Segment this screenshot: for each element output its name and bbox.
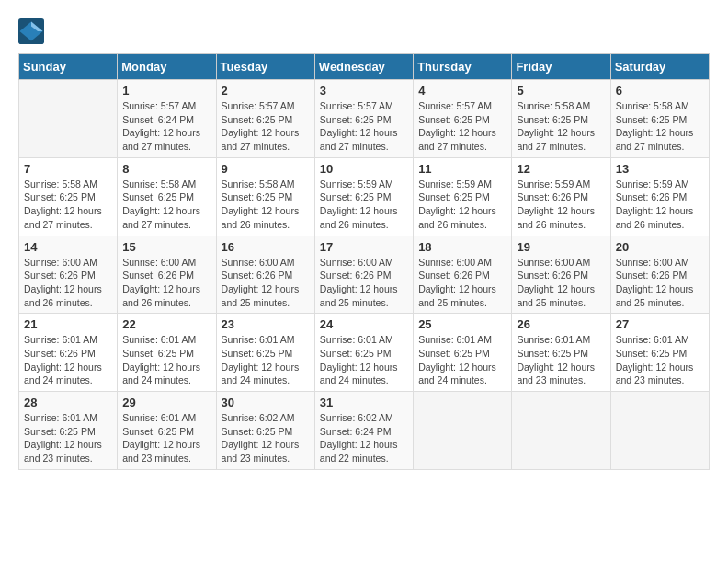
day-info: Sunrise: 6:02 AM Sunset: 6:25 PM Dayligh… [222, 411, 310, 465]
day-info: Sunrise: 5:59 AM Sunset: 6:25 PM Dayligh… [320, 178, 408, 232]
day-number: 10 [320, 162, 408, 176]
day-info: Sunrise: 6:00 AM Sunset: 6:26 PM Dayligh… [122, 256, 210, 310]
calendar-cell: 16Sunrise: 6:00 AM Sunset: 6:26 PM Dayli… [216, 236, 314, 314]
header-cell-sunday: Sunday [19, 54, 118, 80]
day-info: Sunrise: 6:01 AM Sunset: 6:25 PM Dayligh… [517, 333, 605, 387]
calendar-cell: 22Sunrise: 6:01 AM Sunset: 6:25 PM Dayli… [118, 314, 216, 392]
day-number: 30 [222, 396, 310, 409]
calendar-cell: 27Sunrise: 6:01 AM Sunset: 6:25 PM Dayli… [610, 314, 709, 392]
calendar-row-week-5: 28Sunrise: 6:01 AM Sunset: 6:25 PM Dayli… [19, 392, 710, 470]
logo [18, 18, 48, 44]
day-info: Sunrise: 6:01 AM Sunset: 6:26 PM Dayligh… [24, 333, 112, 387]
calendar-cell: 14Sunrise: 6:00 AM Sunset: 6:26 PM Dayli… [19, 236, 118, 314]
calendar-cell: 4Sunrise: 5:57 AM Sunset: 6:25 PM Daylig… [414, 80, 512, 158]
calendar-cell: 2Sunrise: 5:57 AM Sunset: 6:25 PM Daylig… [216, 80, 314, 158]
day-info: Sunrise: 6:00 AM Sunset: 6:26 PM Dayligh… [616, 256, 704, 310]
calendar-cell: 17Sunrise: 6:00 AM Sunset: 6:26 PM Dayli… [314, 236, 413, 314]
day-number: 17 [320, 240, 408, 254]
calendar-cell: 6Sunrise: 5:58 AM Sunset: 6:25 PM Daylig… [610, 80, 709, 158]
day-number: 14 [24, 240, 112, 254]
day-number: 2 [222, 84, 310, 98]
calendar-cell: 10Sunrise: 5:59 AM Sunset: 6:25 PM Dayli… [314, 157, 413, 236]
day-info: Sunrise: 6:01 AM Sunset: 6:25 PM Dayligh… [320, 333, 408, 387]
day-number: 25 [418, 317, 506, 331]
calendar-cell: 15Sunrise: 6:00 AM Sunset: 6:26 PM Dayli… [118, 236, 216, 314]
day-number: 11 [418, 162, 506, 176]
calendar-row-week-4: 21Sunrise: 6:01 AM Sunset: 6:26 PM Dayli… [19, 314, 710, 392]
day-number: 19 [517, 240, 605, 254]
day-info: Sunrise: 6:00 AM Sunset: 6:26 PM Dayligh… [24, 256, 112, 310]
logo-icon [18, 18, 44, 44]
calendar-cell [414, 392, 512, 470]
calendar-cell [512, 392, 610, 470]
calendar-cell: 28Sunrise: 6:01 AM Sunset: 6:25 PM Dayli… [19, 392, 118, 470]
header-cell-friday: Friday [512, 54, 610, 80]
day-info: Sunrise: 6:00 AM Sunset: 6:26 PM Dayligh… [418, 256, 506, 310]
header-cell-thursday: Thursday [414, 54, 512, 80]
day-info: Sunrise: 6:02 AM Sunset: 6:24 PM Dayligh… [320, 411, 408, 465]
calendar-cell: 24Sunrise: 6:01 AM Sunset: 6:25 PM Dayli… [314, 314, 413, 392]
day-number: 7 [24, 162, 112, 176]
day-number: 21 [24, 317, 112, 331]
day-number: 13 [616, 162, 704, 176]
day-number: 29 [122, 396, 210, 409]
day-number: 20 [616, 240, 704, 254]
day-number: 6 [616, 84, 704, 98]
calendar-cell: 3Sunrise: 5:57 AM Sunset: 6:25 PM Daylig… [314, 80, 413, 158]
day-info: Sunrise: 5:58 AM Sunset: 6:25 PM Dayligh… [616, 99, 704, 154]
calendar-cell: 13Sunrise: 5:59 AM Sunset: 6:26 PM Dayli… [610, 157, 709, 236]
calendar-cell: 7Sunrise: 5:58 AM Sunset: 6:25 PM Daylig… [19, 157, 118, 236]
day-info: Sunrise: 5:57 AM Sunset: 6:24 PM Dayligh… [122, 99, 210, 154]
day-number: 12 [517, 162, 605, 176]
day-number: 28 [24, 396, 112, 409]
calendar-cell: 11Sunrise: 5:59 AM Sunset: 6:25 PM Dayli… [414, 157, 512, 236]
calendar-cell: 21Sunrise: 6:01 AM Sunset: 6:26 PM Dayli… [19, 314, 118, 392]
day-number: 22 [122, 317, 210, 331]
calendar-row-week-3: 14Sunrise: 6:00 AM Sunset: 6:26 PM Dayli… [19, 236, 710, 314]
day-number: 8 [122, 162, 210, 176]
calendar-cell: 31Sunrise: 6:02 AM Sunset: 6:24 PM Dayli… [314, 392, 413, 470]
calendar-cell: 1Sunrise: 5:57 AM Sunset: 6:24 PM Daylig… [118, 80, 216, 158]
calendar-cell: 23Sunrise: 6:01 AM Sunset: 6:25 PM Dayli… [216, 314, 314, 392]
day-info: Sunrise: 6:01 AM Sunset: 6:25 PM Dayligh… [122, 411, 210, 465]
day-number: 27 [616, 317, 704, 331]
day-number: 9 [222, 162, 310, 176]
header-cell-saturday: Saturday [610, 54, 709, 80]
day-number: 4 [418, 84, 506, 98]
calendar-cell: 30Sunrise: 6:02 AM Sunset: 6:25 PM Dayli… [216, 392, 314, 470]
day-number: 24 [320, 317, 408, 331]
day-info: Sunrise: 5:59 AM Sunset: 6:26 PM Dayligh… [616, 178, 704, 232]
day-info: Sunrise: 5:57 AM Sunset: 6:25 PM Dayligh… [320, 99, 408, 154]
calendar-cell: 19Sunrise: 6:00 AM Sunset: 6:26 PM Dayli… [512, 236, 610, 314]
header-cell-tuesday: Tuesday [216, 54, 314, 80]
day-info: Sunrise: 6:01 AM Sunset: 6:25 PM Dayligh… [616, 333, 704, 387]
day-number: 3 [320, 84, 408, 98]
day-number: 15 [122, 240, 210, 254]
calendar-cell: 29Sunrise: 6:01 AM Sunset: 6:25 PM Dayli… [118, 392, 216, 470]
calendar-row-week-2: 7Sunrise: 5:58 AM Sunset: 6:25 PM Daylig… [19, 157, 710, 236]
day-info: Sunrise: 6:00 AM Sunset: 6:26 PM Dayligh… [320, 256, 408, 310]
day-info: Sunrise: 5:58 AM Sunset: 6:25 PM Dayligh… [24, 178, 112, 232]
calendar-cell: 25Sunrise: 6:01 AM Sunset: 6:25 PM Dayli… [414, 314, 512, 392]
day-info: Sunrise: 5:57 AM Sunset: 6:25 PM Dayligh… [222, 99, 310, 154]
day-info: Sunrise: 5:58 AM Sunset: 6:25 PM Dayligh… [122, 178, 210, 232]
day-number: 16 [222, 240, 310, 254]
calendar-cell: 20Sunrise: 6:00 AM Sunset: 6:26 PM Dayli… [610, 236, 709, 314]
day-info: Sunrise: 6:00 AM Sunset: 6:26 PM Dayligh… [517, 256, 605, 310]
calendar-table: SundayMondayTuesdayWednesdayThursdayFrid… [18, 53, 710, 470]
day-number: 1 [122, 84, 210, 98]
day-info: Sunrise: 6:00 AM Sunset: 6:26 PM Dayligh… [222, 256, 310, 310]
day-info: Sunrise: 5:59 AM Sunset: 6:25 PM Dayligh… [418, 178, 506, 232]
day-number: 23 [222, 317, 310, 331]
day-info: Sunrise: 6:01 AM Sunset: 6:25 PM Dayligh… [222, 333, 310, 387]
calendar-cell: 12Sunrise: 5:59 AM Sunset: 6:26 PM Dayli… [512, 157, 610, 236]
calendar-cell: 5Sunrise: 5:58 AM Sunset: 6:25 PM Daylig… [512, 80, 610, 158]
day-info: Sunrise: 5:58 AM Sunset: 6:25 PM Dayligh… [517, 99, 605, 154]
calendar-cell [19, 80, 118, 158]
calendar-cell: 9Sunrise: 5:58 AM Sunset: 6:25 PM Daylig… [216, 157, 314, 236]
header-cell-wednesday: Wednesday [314, 54, 413, 80]
calendar-row-week-1: 1Sunrise: 5:57 AM Sunset: 6:24 PM Daylig… [19, 80, 710, 158]
page-header [18, 18, 710, 44]
day-info: Sunrise: 6:01 AM Sunset: 6:25 PM Dayligh… [122, 333, 210, 387]
day-info: Sunrise: 5:58 AM Sunset: 6:25 PM Dayligh… [222, 178, 310, 232]
